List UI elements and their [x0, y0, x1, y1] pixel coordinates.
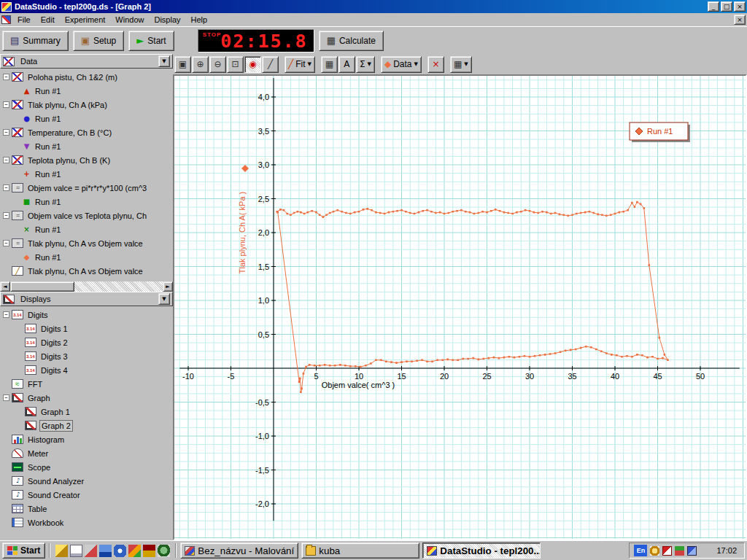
- display-item[interactable]: FFT: [0, 377, 173, 391]
- data-panel-dropdown-button[interactable]: ▼: [158, 55, 170, 67]
- statistics-button[interactable]: Σ▼: [356, 56, 375, 73]
- run-item[interactable]: ▲Run #1: [0, 84, 173, 98]
- display-item[interactable]: Sound Analyzer: [0, 474, 173, 488]
- zoom-select-button[interactable]: ⊡: [227, 56, 244, 73]
- run-item[interactable]: ×Run #1: [0, 222, 173, 236]
- summary-button[interactable]: ▤ Summary: [2, 31, 69, 51]
- start-button[interactable]: ► Start: [128, 31, 174, 51]
- collapse-icon[interactable]: −: [3, 394, 9, 401]
- scroll-right-button[interactable]: ►: [163, 281, 173, 292]
- run-item[interactable]: ■Run #1: [0, 195, 173, 209]
- scrollbar-thumb[interactable]: [10, 281, 74, 292]
- tray-icon[interactable]: [700, 546, 709, 556]
- display-item[interactable]: Scope: [0, 460, 173, 474]
- language-indicator[interactable]: En: [634, 545, 647, 556]
- display-item[interactable]: Digits 4: [0, 363, 173, 377]
- menu-experiment[interactable]: Experiment: [60, 14, 111, 26]
- run-item[interactable]: ◆Run #1: [0, 250, 173, 264]
- display-item[interactable]: −Graph: [0, 391, 173, 405]
- collapse-icon[interactable]: −: [3, 212, 9, 219]
- data-item-label: Objem valce vs Teplota plynu, Ch: [26, 211, 148, 221]
- collapse-icon[interactable]: −: [3, 129, 9, 136]
- quicklaunch-icon[interactable]: [143, 545, 155, 557]
- collapse-icon[interactable]: −: [3, 74, 9, 80]
- zoom-in-button[interactable]: ⊕: [192, 56, 209, 73]
- display-item[interactable]: Digits 2: [0, 335, 173, 349]
- minimize-button[interactable]: _: [708, 1, 719, 12]
- tray-icon[interactable]: [650, 546, 659, 556]
- display-item[interactable]: Table: [0, 502, 173, 516]
- tray-icon[interactable]: [675, 546, 684, 556]
- quicklaunch-icon[interactable]: [99, 545, 112, 557]
- scroll-left-button[interactable]: ◄: [0, 281, 10, 292]
- menu-display[interactable]: Display: [149, 14, 185, 26]
- menu-help[interactable]: Help: [186, 14, 213, 26]
- calculate-button[interactable]: ▦ Calculate: [319, 31, 384, 51]
- collapse-icon[interactable]: −: [3, 184, 9, 191]
- data-tree-hscrollbar[interactable]: ◄ ►: [0, 281, 173, 292]
- quicklaunch-icon[interactable]: [114, 545, 126, 557]
- collapse-icon[interactable]: −: [3, 311, 9, 318]
- child-close-button[interactable]: ×: [734, 15, 746, 25]
- scale-to-fit-button[interactable]: ▣: [174, 56, 191, 73]
- data-item[interactable]: −Teplota plynu, Ch B (K): [0, 153, 173, 167]
- data-menu-button[interactable]: ◆Data▼: [381, 56, 422, 73]
- quicklaunch-icon[interactable]: [158, 545, 170, 557]
- data-item[interactable]: Tlak plynu, Ch A vs Objem valce: [0, 264, 173, 278]
- legend[interactable]: Run #1: [630, 122, 690, 142]
- zoom-in-icon: ⊕: [196, 59, 204, 69]
- delete-button[interactable]: ×: [427, 56, 444, 73]
- display-item[interactable]: Meter: [0, 446, 173, 460]
- data-item[interactable]: −Tlak plynu, Ch A (kPa): [0, 98, 173, 112]
- displays-panel-dropdown-button[interactable]: ▼: [158, 293, 170, 305]
- y-axis-label: Tlak plynu, Ch A( kPa ): [238, 192, 247, 274]
- data-menu-label: Data: [393, 59, 411, 69]
- display-item[interactable]: Graph 1: [0, 405, 173, 419]
- quicklaunch-icon[interactable]: [128, 545, 141, 557]
- maximize-button[interactable]: □: [721, 1, 732, 12]
- collapse-icon[interactable]: −: [3, 101, 9, 108]
- quicklaunch-icon[interactable]: [55, 545, 68, 557]
- data-item[interactable]: −Objem valce vs Teplota plynu, Ch: [0, 209, 173, 222]
- display-item[interactable]: Digits 3: [0, 349, 173, 363]
- data-item-label: Tlak plynu, Ch A vs Objem valce: [26, 238, 144, 249]
- task-button[interactable]: kuba: [301, 542, 419, 559]
- display-item[interactable]: Histogram: [0, 432, 173, 446]
- tray-icon[interactable]: [662, 546, 672, 556]
- graph-settings-button[interactable]: ▦▼: [450, 56, 472, 73]
- menu-window[interactable]: Window: [110, 14, 149, 26]
- run-item[interactable]: ●Run #1: [0, 112, 173, 125]
- main-toolbar: ▤ Summary ▣ Setup ► Start STOP 02:15.8 ▦…: [0, 26, 747, 54]
- setup-button[interactable]: ▣ Setup: [73, 31, 125, 51]
- data-item[interactable]: −Tlak plynu, Ch A vs Objem valce: [0, 236, 173, 250]
- display-item[interactable]: −Digits: [0, 308, 173, 322]
- data-item-label: Tlak plynu, Ch A (kPa): [26, 100, 109, 110]
- graph-canvas[interactable]: -10-55101520253035404550-2,0-1,5-1,0-0,5…: [174, 76, 746, 539]
- task-button[interactable]: Bez_názvu - Malování: [180, 542, 298, 559]
- display-item[interactable]: Sound Creator: [0, 488, 173, 502]
- fit-menu-button[interactable]: ╱Fit▼: [285, 56, 315, 73]
- run-item[interactable]: +Run #1: [0, 167, 173, 181]
- display-item[interactable]: Workbook: [0, 516, 173, 529]
- run-item[interactable]: ▼Run #1: [0, 139, 173, 153]
- quicklaunch-icon[interactable]: [85, 545, 97, 557]
- collapse-icon[interactable]: −: [3, 240, 9, 246]
- task-button[interactable]: DataStudio - tepl200...: [422, 542, 541, 559]
- zoom-out-button[interactable]: ⊖: [209, 56, 226, 73]
- data-item[interactable]: −Objem valce = pi*r*r*y*100 (cm^3: [0, 181, 173, 195]
- calculator-button[interactable]: ▦: [321, 56, 338, 73]
- slope-tool-button[interactable]: ╱: [262, 56, 279, 73]
- data-item[interactable]: −Poloha pistu, Ch 1&2 (m): [0, 70, 173, 84]
- menu-edit[interactable]: Edit: [36, 14, 60, 26]
- tray-icon[interactable]: [687, 546, 697, 556]
- quicklaunch-icon[interactable]: [70, 545, 82, 557]
- start-menu-button[interactable]: Start: [2, 542, 45, 559]
- smart-tool-button[interactable]: ◉: [244, 56, 261, 73]
- collapse-icon[interactable]: −: [3, 157, 9, 163]
- menu-file[interactable]: File: [12, 14, 36, 26]
- data-item[interactable]: −Temperature, Ch B (°C): [0, 125, 173, 139]
- text-note-button[interactable]: A: [338, 56, 355, 73]
- close-button[interactable]: ×: [734, 1, 746, 12]
- display-item[interactable]: Digits 1: [0, 322, 173, 335]
- display-item[interactable]: Graph 2: [0, 419, 173, 432]
